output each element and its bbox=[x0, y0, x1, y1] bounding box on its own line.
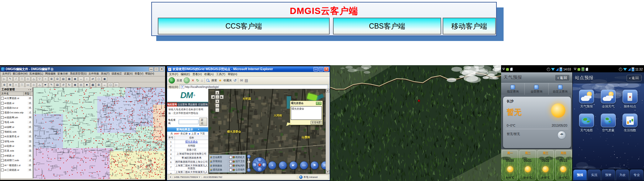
result-name-link[interactable]: 国药集团医药控股上海分公司 bbox=[175, 161, 208, 164]
toolbar-icon[interactable]: ▷ bbox=[114, 83, 119, 88]
page-scrollbar[interactable]: ▲ ▼ bbox=[326, 89, 330, 174]
satellite-map-view[interactable]: 曙光居委会 仙霞路 大同街 光明园 ▲ ◀+▶ ▼ + − 曙光居委会 bbox=[208, 89, 326, 174]
app-shortcut[interactable]: 天气地图 bbox=[576, 114, 597, 133]
layer-checkbox[interactable] bbox=[1, 126, 4, 129]
slider-zoom-in[interactable]: + bbox=[247, 155, 251, 158]
toolbar-icon[interactable]: ↺ bbox=[61, 83, 66, 88]
menu-item[interactable]: 窗口操作(W) bbox=[13, 72, 28, 76]
result-name-link[interactable]: 上海城市物业管理有限公司 bbox=[175, 152, 208, 156]
toolbar-icon[interactable]: ◉ bbox=[72, 83, 78, 88]
menu-item[interactable]: 文件(F) bbox=[2, 72, 11, 76]
results-header[interactable]: 查询结果显示 ▾ bbox=[167, 127, 208, 132]
legend-label[interactable]: 文化教育 bbox=[213, 156, 222, 159]
layer-checkbox[interactable] bbox=[1, 116, 4, 119]
url-text[interactable]: http://localhost/imgridwebgis/ bbox=[185, 85, 219, 88]
forecast-day-card[interactable]: 周一 05/20 0~0℃ bbox=[502, 150, 518, 180]
menu-item[interactable]: 影像分析 bbox=[57, 72, 68, 76]
minimize-button[interactable]: — bbox=[149, 67, 153, 71]
map-tool-button[interactable]: 3D bbox=[321, 161, 326, 170]
legend-label[interactable]: 通讯设施 bbox=[213, 168, 222, 171]
app-icon[interactable] bbox=[623, 90, 637, 103]
result-row[interactable]: 6 国药集团医药控股上海分公司 bbox=[167, 160, 208, 164]
result-row[interactable]: 7 上海第二医科大学附属第九人民医院 bbox=[167, 164, 208, 171]
compass-west-button[interactable]: ◀ bbox=[252, 162, 257, 167]
pan-down-button[interactable]: ▼ bbox=[215, 99, 219, 103]
next-page-link[interactable]: 下页 bbox=[200, 132, 205, 135]
menu-item[interactable]: 帮助(H) bbox=[228, 72, 237, 76]
bottom-tab[interactable]: 为农 bbox=[616, 170, 629, 180]
result-row[interactable]: 8 上海第二医科大学附属第九人民医院 bbox=[167, 171, 208, 174]
column-filename[interactable]: 文件名 bbox=[0, 92, 24, 96]
terrain-canvas[interactable] bbox=[330, 65, 501, 181]
collapse-icon[interactable]: ▾ bbox=[198, 128, 199, 131]
search-icon[interactable] bbox=[206, 79, 210, 82]
legend-label[interactable]: 邮电局所 bbox=[235, 164, 245, 167]
result-name-link[interactable]: 光明园 bbox=[175, 144, 208, 148]
toolbar-icon[interactable]: ■ bbox=[84, 83, 89, 88]
zoom-out-button[interactable]: − bbox=[215, 108, 219, 112]
result-row[interactable]: 1 曙光居委会 bbox=[167, 140, 208, 144]
layer-row[interactable]: 政府部门.sdb 点 bbox=[0, 158, 33, 163]
toolbar-icon[interactable]: ◻ bbox=[108, 83, 113, 88]
toolbar-icon[interactable]: ↕ bbox=[84, 77, 89, 82]
ie-titlebar[interactable]: e 欢迎使用DMGIS的Grid WEBGIS示范站点 - Microsoft … bbox=[167, 66, 330, 72]
layer-checkbox[interactable] bbox=[1, 102, 4, 105]
maximize-button[interactable]: □ bbox=[319, 67, 323, 71]
toolbar-icon[interactable]: ⊕ bbox=[2, 83, 7, 88]
forecast-day-card[interactable]: 周二 05/21 0~0℃ bbox=[519, 150, 536, 180]
map-tool-button[interactable]: ☛ bbox=[289, 161, 298, 170]
legend-checkbox[interactable] bbox=[229, 160, 232, 163]
toolbar-icon[interactable]: ◎ bbox=[78, 83, 84, 88]
layer-checkbox[interactable] bbox=[1, 164, 4, 167]
layer-row[interactable]: A/道路网.sth 网 bbox=[0, 115, 33, 120]
app-icon[interactable] bbox=[601, 90, 616, 103]
layer-row[interactable]: A/一般道路1.sl 线 bbox=[0, 163, 33, 167]
query-tab[interactable]: 全部查询 bbox=[525, 83, 548, 95]
app-icon[interactable] bbox=[623, 114, 637, 127]
layer-row[interactable]: 区县.sda 面 bbox=[0, 148, 33, 153]
result-name-link[interactable]: 上海第二医科大学附属第九人民医院 bbox=[175, 171, 208, 174]
menu-item[interactable]: 其他(T) bbox=[101, 72, 110, 76]
toolbar-icon[interactable]: ◇ bbox=[25, 77, 30, 82]
slider-zoom-out[interactable]: − bbox=[247, 168, 251, 172]
toolbar-icon[interactable]: □ bbox=[19, 77, 25, 82]
bottom-tab[interactable]: 预警 bbox=[601, 170, 615, 180]
placename-search-input[interactable] bbox=[179, 120, 199, 124]
menu-item[interactable]: 文件(F) bbox=[169, 72, 178, 76]
toolbar-icon[interactable]: △ bbox=[31, 77, 36, 82]
toolbar-icon[interactable]: ↻ bbox=[66, 83, 72, 88]
layer-row[interactable]: 地名.sdb 点 bbox=[0, 120, 33, 124]
layer-row[interactable]: A/铁路.sl 线 bbox=[0, 153, 33, 158]
app-shortcut[interactable]: 全国天气 bbox=[597, 90, 619, 109]
send-map-button[interactable]: 发送地图 bbox=[311, 121, 322, 124]
scroll-down-button[interactable]: ▼ bbox=[326, 170, 330, 174]
close-button[interactable]: ✕ bbox=[324, 67, 329, 71]
back-label[interactable]: 后退 bbox=[176, 79, 182, 83]
slider-thumb[interactable] bbox=[247, 161, 250, 163]
zoom-slider[interactable]: + − bbox=[247, 155, 250, 171]
map-tool-button[interactable]: ▭ bbox=[300, 161, 308, 170]
forward-icon[interactable]: → bbox=[184, 77, 190, 84]
menu-item[interactable]: 实体编辑(L) bbox=[30, 72, 43, 76]
zoom-in-button[interactable]: + bbox=[215, 104, 219, 108]
menu-item[interactable]: 网络编辑 bbox=[45, 72, 56, 76]
result-row[interactable]: 4 上海城市物业管理有限公司 bbox=[167, 152, 208, 156]
toolbar-icon[interactable]: ▦ bbox=[66, 77, 72, 82]
stop-icon[interactable]: ✕ bbox=[191, 79, 194, 82]
compass-south-button[interactable]: ▼ bbox=[257, 167, 262, 172]
menu-item[interactable]: 工具(T) bbox=[216, 72, 226, 76]
toolbar-icon[interactable]: ▭ bbox=[25, 83, 30, 88]
menu-item[interactable]: 文件转换 bbox=[89, 72, 99, 76]
toolbar-icon[interactable]: □ bbox=[19, 83, 25, 88]
result-name-link[interactable]: 黄浦区国家税务局 bbox=[175, 156, 208, 160]
menu-item[interactable]: 查看(V) bbox=[135, 72, 143, 76]
app-icon[interactable] bbox=[601, 114, 616, 127]
result-row[interactable]: 3 蔷薇小区 bbox=[167, 148, 208, 152]
address-field[interactable]: e http://localhost/imgridwebgis/ bbox=[180, 85, 328, 89]
layer-checkbox[interactable] bbox=[1, 140, 4, 143]
history-icon[interactable]: ↺ bbox=[233, 79, 236, 82]
map-tool-button[interactable]: + bbox=[268, 161, 276, 170]
layer-row[interactable]: 绿地.sda 面 bbox=[0, 139, 33, 144]
query-tab[interactable]: 指定查询 bbox=[501, 83, 525, 95]
result-row[interactable]: 2 光明园 bbox=[167, 144, 208, 148]
